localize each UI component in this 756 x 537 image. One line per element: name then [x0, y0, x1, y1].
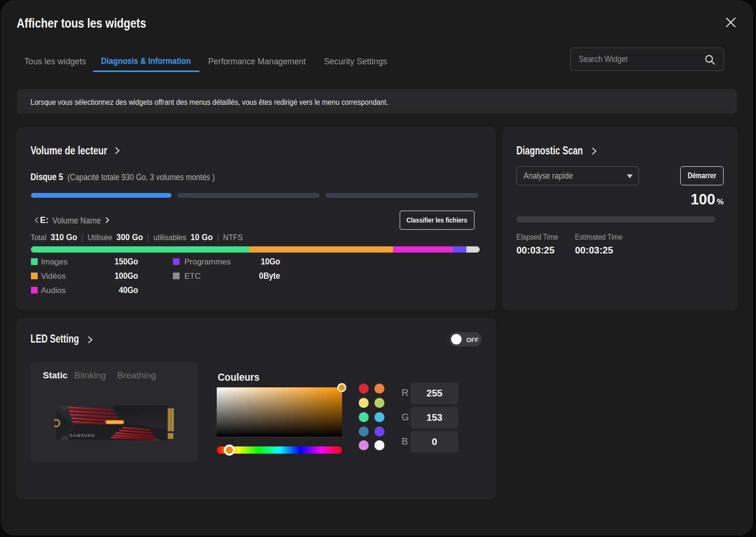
- svg-text:SAMSUNG: SAMSUNG: [70, 433, 95, 438]
